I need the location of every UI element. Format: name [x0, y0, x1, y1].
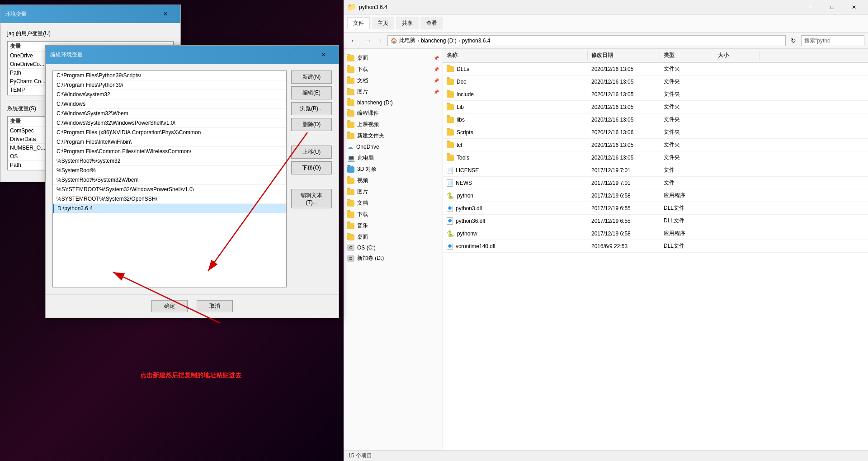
table-row[interactable]: 🔷 python36.dll 2017/12/19 6:55 DLL文件	[443, 215, 868, 227]
tab-file[interactable]: 文件	[347, 17, 370, 29]
search-input[interactable]	[801, 35, 864, 46]
file-type: 应用程序	[660, 191, 714, 200]
path-item[interactable]: %SYSTEMROOT%\System32\OpenSSH\	[53, 194, 286, 204]
table-row[interactable]: 🔷 vcruntime140.dll 2016/6/9 22:53 DLL文件	[443, 240, 868, 253]
sidebar-item-desktop[interactable]: 桌面 📌	[344, 52, 443, 64]
table-row[interactable]: Lib 2020/12/16 13:05 文件夹	[443, 101, 868, 113]
sidebar-item-videos[interactable]: 视频	[344, 175, 443, 186]
tab-view[interactable]: 查看	[420, 17, 443, 29]
path-item[interactable]: C:\Program Files\Python39\Scripts\	[53, 71, 286, 80]
file-size	[714, 144, 760, 146]
edit-close-btn[interactable]: ✕	[313, 48, 334, 61]
table-row[interactable]: 🐍 python 2017/12/19 6:58 应用程序	[443, 189, 868, 202]
move-down-button[interactable]: 下移(O)	[291, 161, 332, 174]
col-date-header[interactable]: 修改日期	[588, 51, 660, 60]
sidebar-item-pics[interactable]: 图片	[344, 186, 443, 198]
path-item[interactable]: C:\Program Files (x86)\NVIDIA Corporatio…	[53, 128, 286, 137]
sidebar-item-docs[interactable]: 文档	[344, 198, 443, 209]
file-type: 文件	[660, 178, 714, 188]
col-size-header[interactable]: 大小	[714, 51, 760, 60]
path-list[interactable]: C:\Program Files\Python39\Scripts\ C:\Pr…	[52, 71, 287, 287]
path-item[interactable]: C:\Program Files\Python39\	[53, 80, 286, 90]
env-dialog-titlebar: 环境变量 ✕	[0, 5, 180, 23]
env-close-btn[interactable]: ✕	[155, 8, 176, 20]
close-btn[interactable]: ✕	[844, 1, 864, 14]
edit-button[interactable]: 编辑(E)	[291, 86, 332, 99]
back-btn[interactable]: ←	[347, 36, 360, 46]
file-size	[714, 132, 760, 133]
path-item[interactable]: C:\Program Files\Common Files\Intel\Wire…	[53, 147, 286, 156]
sidebar-item-shksp[interactable]: 上课视频	[344, 119, 443, 130]
sidebar-item-documents[interactable]: 文档 📌	[344, 75, 443, 86]
path-item[interactable]: C:\Windows	[53, 99, 286, 109]
table-row[interactable]: 📄 NEWS 2017/12/19 7:01 文件	[443, 177, 868, 189]
breadcrumb-drive[interactable]: biancheng (D:)	[421, 38, 457, 44]
table-row[interactable]: tcl 2020/12/16 13:05 文件夹	[443, 139, 868, 151]
file-size	[714, 68, 760, 70]
sidebar-item-newd[interactable]: D 新加卷 (D:)	[344, 253, 443, 264]
sidebar-item-dsk[interactable]: 桌面	[344, 231, 443, 243]
table-row[interactable]: Doc 2020/12/16 13:05 文件夹	[443, 75, 868, 88]
sidebar-item-dl[interactable]: 下载	[344, 209, 443, 220]
sidebar-item-3d[interactable]: 3D 对象	[344, 164, 443, 175]
sidebar-item-newdir[interactable]: 新建文件夹	[344, 130, 443, 141]
edit-dialog-titlebar: 编辑环境变量 ✕	[46, 46, 339, 64]
path-item[interactable]: %SystemRoot%\system32	[53, 156, 286, 166]
tab-home[interactable]: 主页	[372, 17, 394, 29]
folder-icon	[447, 117, 454, 123]
breadcrumb-folder[interactable]: python3.6.4	[462, 38, 491, 44]
table-row[interactable]: 🐍 pythonw 2017/12/19 6:58 应用程序	[443, 227, 868, 240]
path-item[interactable]: %SystemRoot%	[53, 166, 286, 175]
address-bar[interactable]: 🏠 此电脑 › biancheng (D:) › python3.6.4	[387, 35, 786, 46]
file-date: 2020/12/16 13:05	[588, 116, 660, 124]
file-size	[714, 157, 760, 159]
folder-icon	[347, 200, 354, 207]
col-name-header[interactable]: 名称	[443, 51, 588, 60]
maximize-btn[interactable]: □	[822, 1, 843, 14]
col-type-header[interactable]: 类型	[660, 51, 714, 60]
table-row[interactable]: 🔷 python3.dll 2017/12/19 6:55 DLL文件	[443, 202, 868, 215]
table-row[interactable]: Scripts 2020/12/16 13:06 文件夹	[443, 126, 868, 139]
file-icon-wrap: 🔷 python3.dll	[447, 205, 584, 212]
table-row[interactable]: include 2020/12/16 13:05 文件夹	[443, 88, 868, 101]
table-row[interactable]: DLLs 2020/12/16 13:05 文件夹	[443, 63, 868, 75]
file-date: 2020/12/16 13:05	[588, 90, 660, 99]
sidebar-item-biancheng[interactable]: biancheng (D:)	[344, 98, 443, 108]
file-icon-wrap: Tools	[447, 155, 584, 161]
path-item[interactable]: C:\Windows\System32\Wbem	[53, 109, 286, 118]
path-item[interactable]: C:\Windows\system32	[53, 90, 286, 99]
table-row[interactable]: 📄 LICENSE 2017/12/19 7:01 文件	[443, 164, 868, 177]
forward-btn[interactable]: →	[362, 36, 374, 46]
minimize-btn[interactable]: －	[800, 1, 821, 14]
ok-button[interactable]: 确定	[151, 300, 188, 312]
sidebar-item-osc[interactable]: C OS (C:)	[344, 243, 443, 253]
path-item[interactable]: %SystemRoot%\System32\Wbem	[53, 175, 286, 185]
refresh-btn[interactable]: ↻	[788, 36, 799, 46]
edit-text-button[interactable]: 编辑文本(T)...	[291, 189, 332, 208]
move-up-button[interactable]: 上移(U)	[291, 146, 332, 159]
tab-share[interactable]: 共享	[396, 17, 419, 29]
up-btn[interactable]: ↑	[376, 36, 386, 46]
path-item-highlighted[interactable]: D:\python3.6.4	[53, 204, 286, 213]
sidebar-item-downloads[interactable]: 下载 📌	[344, 64, 443, 75]
table-row[interactable]: libs 2020/12/16 13:05 文件夹	[443, 113, 868, 126]
title-area: 📁 python3.6.4	[347, 3, 797, 11]
sidebar-item-music[interactable]: 音乐	[344, 220, 443, 231]
file-icon-wrap: libs	[447, 117, 584, 123]
delete-button[interactable]: 删除(D)	[291, 118, 332, 131]
cancel-button[interactable]: 取消	[197, 300, 233, 312]
sidebar-item-onedrive[interactable]: ☁ OneDrive	[344, 141, 443, 152]
sidebar-item-mypc[interactable]: 💻 此电脑	[344, 152, 443, 164]
path-item[interactable]: C:\Program Files\Intel\WiFi\bin\	[53, 137, 286, 147]
table-row[interactable]: Tools 2020/12/16 13:05 文件夹	[443, 151, 868, 164]
breadcrumb-mypc[interactable]: 此电脑	[399, 37, 415, 44]
sidebar-item-bckj[interactable]: 编程课件	[344, 108, 443, 119]
browse-button[interactable]: 浏览(B)...	[291, 102, 332, 115]
path-item[interactable]: C:\Windows\System32\WindowsPowerShell\v1…	[53, 118, 286, 128]
sidebar-item-pictures[interactable]: 图片 📌	[344, 86, 443, 98]
file-type: 文件夹	[660, 127, 714, 137]
path-item[interactable]: %SYSTEMROOT%\System32\WindowsPowerShell\…	[53, 185, 286, 194]
pin-icon: 📌	[434, 78, 439, 83]
status-bar: 15 个项目	[344, 450, 868, 461]
new-button[interactable]: 新建(N)	[291, 71, 332, 84]
